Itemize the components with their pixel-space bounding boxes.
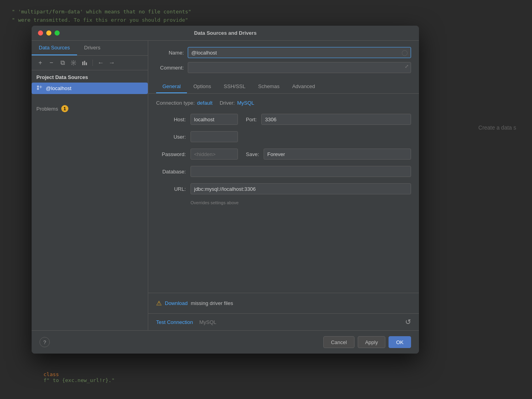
host-port-row: Host: Port: [156, 114, 411, 125]
expand-comment-icon[interactable]: ⤢ [405, 64, 409, 69]
class-keyword: class [43, 371, 59, 377]
tab-data-sources[interactable]: Data Sources [32, 41, 77, 55]
download-section: ⚠ Download missing driver files [148, 293, 419, 313]
left-tab-bar: Data Sources Drivers [32, 41, 148, 56]
settings-button[interactable] [69, 58, 78, 68]
name-row: Name: ◯ [156, 47, 411, 58]
url-input[interactable] [191, 183, 411, 194]
connection-type-row: Connection type: default Driver: MySQL [156, 100, 411, 106]
top-fields: Name: ◯ Comment: ⤢ [148, 41, 419, 80]
port-input[interactable] [261, 114, 411, 125]
comment-input[interactable] [188, 62, 411, 73]
tab-advanced[interactable]: Advanced [286, 80, 321, 93]
maximize-button[interactable] [55, 30, 60, 36]
datasource-label: @localhost [46, 85, 72, 91]
driver-label: Driver: [220, 100, 235, 106]
download-suffix-text: missing driver files [191, 300, 233, 306]
data-sources-dialog: Data Sources and Drivers Data Sources Dr… [32, 26, 419, 354]
password-save-row: Password: Save: [156, 149, 411, 160]
url-label: URL: [156, 186, 186, 192]
tab-content-general: Connection type: default Driver: MySQL H… [148, 94, 419, 293]
problems-label: Problems [36, 106, 58, 112]
name-input-wrapper: ◯ [188, 47, 411, 58]
driver-value[interactable]: MySQL [237, 100, 254, 106]
url-section: URL: Overrides settings above [156, 183, 411, 205]
refresh-button[interactable]: ↺ [405, 318, 411, 326]
add-datasource-button[interactable]: + [36, 58, 45, 68]
svg-rect-0 [82, 62, 83, 65]
right-side-text: Create a data s [478, 124, 516, 131]
help-button[interactable]: ? [40, 337, 50, 347]
host-input[interactable] [191, 114, 238, 125]
tab-schemas[interactable]: Schemas [252, 80, 286, 93]
right-panel: Name: ◯ Comment: ⤢ General Opti [148, 41, 419, 330]
comment-row: Comment: ⤢ [156, 62, 411, 73]
bg-line-1: " 'multipart/form-data' which means that… [12, 8, 520, 16]
name-input[interactable] [188, 47, 411, 58]
right-tab-bar: General Options SSH/SSL Schemas Advanced [148, 80, 419, 94]
window-controls [38, 30, 60, 36]
url-row: URL: [156, 183, 411, 194]
back-button[interactable]: ← [96, 58, 106, 68]
url-hint: Overrides settings above [191, 200, 239, 205]
cancel-button[interactable]: Cancel [323, 336, 354, 348]
tab-general[interactable]: General [156, 80, 187, 93]
left-panel: Data Sources Drivers + − ⧉ [32, 41, 148, 330]
connection-type-value[interactable]: default [197, 100, 213, 106]
tab-drivers[interactable]: Drivers [77, 41, 108, 55]
download-link[interactable]: Download [165, 300, 188, 306]
project-data-sources-header: Project Data Sources [32, 70, 148, 83]
user-row: User: [156, 131, 411, 142]
dialog-footer: ? Cancel Apply OK [32, 330, 419, 354]
comment-wrapper: ⤢ [188, 62, 411, 73]
problems-badge: 1 [61, 105, 68, 112]
tab-ssh-ssl[interactable]: SSH/SSL [217, 80, 252, 93]
name-label: Name: [156, 50, 184, 56]
problems-section: Problems 1 [32, 102, 148, 115]
datasource-icon [36, 85, 43, 92]
connection-type-label: Connection type: [156, 100, 195, 106]
bg-line-2: " were transmitted. To fix this error yo… [12, 16, 520, 24]
svg-rect-1 [84, 61, 85, 65]
dialog-title: Data Sources and Drivers [194, 30, 257, 36]
ok-button[interactable]: OK [389, 336, 411, 348]
user-input[interactable] [191, 131, 238, 142]
title-bar: Data Sources and Drivers [32, 26, 419, 41]
dialog-body: Data Sources Drivers + − ⧉ [32, 41, 419, 330]
save-label: Save: [246, 151, 259, 157]
bg-bottom-code: class f" to {exc.new_url!r}." [43, 371, 115, 383]
forward-button[interactable]: → [107, 58, 117, 68]
test-connection-button[interactable]: Test Connection [156, 319, 193, 325]
toolbar-separator [92, 60, 93, 66]
test-connection-row: Test Connection MySQL ↺ [148, 313, 419, 330]
chart-button[interactable] [80, 58, 89, 68]
port-label: Port: [246, 117, 257, 122]
host-label: Host: [156, 117, 186, 122]
close-button[interactable] [38, 30, 43, 36]
database-input[interactable] [191, 166, 411, 177]
datasource-localhost[interactable]: @localhost [32, 83, 148, 94]
password-label: Password: [156, 151, 186, 157]
database-row: Database: [156, 166, 411, 177]
bg-url-line: f" to {exc.new_url!r}." [43, 377, 115, 383]
left-toolbar: + − ⧉ ← → [32, 56, 148, 70]
svg-rect-2 [86, 62, 87, 65]
password-input[interactable] [191, 149, 238, 160]
comment-label: Comment: [156, 65, 184, 71]
minimize-button[interactable] [46, 30, 51, 36]
database-label: Database: [156, 169, 186, 175]
name-input-icon: ◯ [402, 49, 408, 56]
copy-datasource-button[interactable]: ⧉ [58, 58, 67, 68]
user-label: User: [156, 134, 186, 140]
warning-icon: ⚠ [156, 299, 162, 307]
bg-class-line: class [43, 371, 115, 377]
test-connection-db: MySQL [199, 319, 216, 325]
save-input[interactable] [264, 149, 411, 160]
apply-button[interactable]: Apply [358, 336, 386, 348]
tab-options[interactable]: Options [187, 80, 217, 93]
remove-datasource-button[interactable]: − [47, 58, 56, 68]
